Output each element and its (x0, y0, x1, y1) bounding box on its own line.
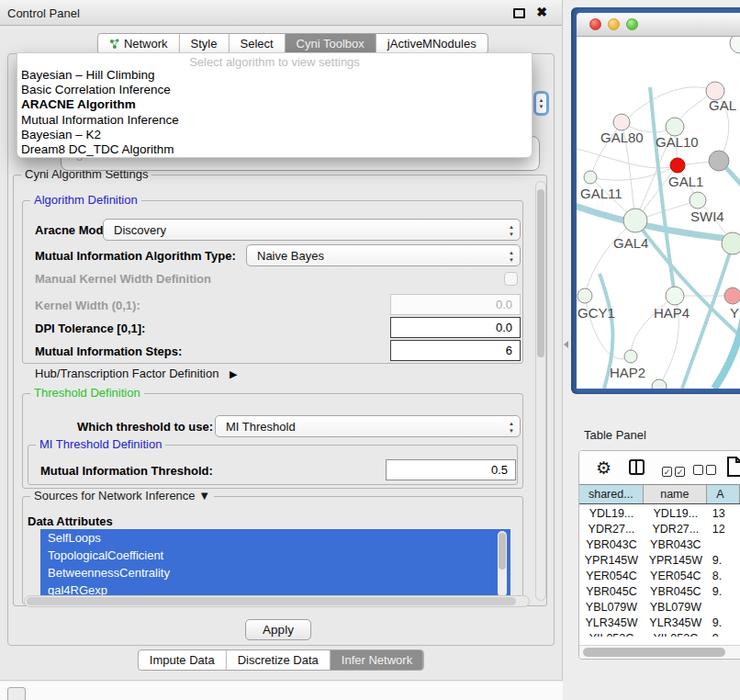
table-horizontal-scrollbar[interactable] (579, 645, 740, 659)
network-window-titlebar[interactable] (577, 13, 740, 37)
mi-type-combobox[interactable]: Naive Bayes ▲▼ (246, 244, 521, 266)
table-header-row: shared...nameA (579, 484, 740, 504)
dpi-tolerance-field[interactable]: 0.0 (390, 317, 521, 338)
network-node-label: HAP2 (610, 365, 645, 380)
kernel-width-value: 0.0 (496, 298, 512, 311)
tab[interactable]: Style (180, 34, 230, 53)
which-threshold-combobox[interactable]: MI Threshold ▲▼ (215, 415, 521, 437)
select-all-checkboxes-icon[interactable]: ✓✓ (662, 462, 688, 479)
network-node[interactable] (730, 37, 740, 53)
table-row[interactable]: YBR043CYBR043C (579, 537, 740, 553)
algorithm-popup-item[interactable]: Basic Correlation Inference (17, 83, 532, 97)
float-window-icon[interactable] (513, 8, 525, 18)
close-icon[interactable]: ✖ (536, 5, 547, 19)
algorithm-popup-item[interactable]: Mutual Information Inference (17, 113, 532, 128)
tab[interactable]: Cyni Toolbox (286, 34, 376, 53)
network-node[interactable] (623, 209, 647, 232)
close-traffic-light[interactable] (589, 18, 601, 30)
splitter-collapse-icon[interactable] (564, 341, 568, 348)
table-row[interactable]: YDR27...YDR27...12 (579, 522, 740, 537)
sources-hscroll-thumb[interactable] (27, 597, 516, 605)
tab[interactable]: Network (98, 34, 180, 53)
network-node[interactable] (584, 171, 597, 184)
table-cell: 9. (708, 615, 740, 631)
table-column-header[interactable]: name (644, 485, 708, 503)
network-node-label: GAL1 (668, 174, 703, 189)
mi-steps-field[interactable]: 6 (390, 340, 521, 361)
table-cell: 9. (708, 631, 740, 637)
network-node-label: HAP4 (654, 305, 690, 321)
stepper-arrows-icon: ▲▼ (509, 420, 514, 435)
mi-threshold-field[interactable]: 0.5 (386, 459, 516, 480)
table-row[interactable]: YER054CYER054C8. (579, 569, 740, 584)
kernel-width-field[interactable]: 0.0 (390, 294, 521, 315)
network-node[interactable] (624, 350, 637, 363)
deselect-all-checkboxes-icon[interactable] (693, 462, 719, 479)
network-node[interactable] (709, 151, 729, 171)
algorithm-popup-item[interactable]: ARACNE Algorithm (17, 97, 532, 112)
table-column-header[interactable]: A (707, 485, 740, 503)
minimize-traffic-light[interactable] (608, 18, 620, 30)
network-node[interactable] (724, 288, 740, 304)
network-node-label: GCY1 (577, 305, 615, 321)
data-attribute-item[interactable]: SelfLoops (40, 529, 510, 547)
algorithm-popup-item[interactable]: Bayesian – K2 (17, 128, 532, 142)
aracne-mode-combobox[interactable]: Discovery ▲▼ (103, 219, 521, 241)
table-row[interactable]: YBR045CYBR045C9. (579, 584, 740, 600)
settings-scroll-thumb[interactable] (537, 189, 544, 357)
sources-group-title[interactable]: Sources for Network Inference ▼ (30, 489, 214, 502)
tab[interactable]: jActiveMNodules (376, 34, 488, 53)
bottom-tab[interactable]: Discretize Data (227, 650, 331, 670)
table-row[interactable]: YDL19...YDL19...13 (579, 506, 740, 522)
network-node[interactable] (652, 379, 667, 389)
network-node[interactable] (722, 232, 740, 254)
mi-steps-value: 6 (506, 344, 512, 357)
bottom-tab[interactable]: Infer Network (331, 650, 423, 670)
table-cell: YBL079W (644, 600, 708, 615)
network-node[interactable] (666, 287, 684, 305)
network-node-label: GAL (709, 97, 736, 113)
attributes-scrollbar[interactable] (498, 531, 507, 597)
table-row[interactable]: YBL079WYBL079W (579, 600, 740, 615)
which-threshold-value: MI Threshold (226, 420, 296, 434)
table-row[interactable]: YIL052CYIL052C9. (579, 631, 740, 637)
hub-definition-label: Hub/Transcription Factor Definition (35, 367, 219, 380)
manual-kernel-checkbox[interactable] (504, 272, 518, 286)
zoom-traffic-light[interactable] (626, 18, 638, 30)
network-canvas[interactable]: GALGAL80GAL10GAL1GAL11GAL4SWI4GCY1HAP4YH… (577, 37, 740, 389)
network-node[interactable] (690, 192, 706, 209)
network-node[interactable] (613, 114, 630, 130)
data-attribute-item[interactable]: TopologicalCoefficient (40, 547, 510, 564)
network-node-label: SWI4 (690, 209, 724, 224)
algorithm-popup-item[interactable]: Dream8 DC_TDC Algorithm (17, 142, 532, 157)
inference-algorithm-combobox-stepper[interactable]: ▲ ▼ (533, 91, 549, 116)
table-cell: YPR145W (579, 553, 644, 569)
network-node[interactable] (666, 118, 684, 136)
apply-button[interactable]: Apply (245, 619, 311, 640)
hub-definition-expander[interactable]: Hub/Transcription Factor Definition ▶ (35, 367, 237, 380)
table-row[interactable]: YLR345WYLR345W9. (579, 615, 740, 631)
table-panel-title: Table Panel (584, 428, 646, 442)
columns-icon[interactable] (629, 459, 645, 475)
table-hscroll-thumb[interactable] (583, 648, 725, 657)
bottom-tabbar: Impute DataDiscretize DataInfer Network (138, 649, 424, 671)
network-node[interactable] (670, 158, 685, 173)
network-node[interactable] (577, 288, 592, 303)
network-node-label: GAL4 (613, 235, 648, 251)
table-cell: 9. (708, 584, 740, 600)
minimized-panel-icon[interactable] (7, 687, 26, 700)
table-cell: YPR145W (644, 553, 708, 569)
data-attribute-item[interactable]: BetweennessCentrality (40, 564, 510, 581)
settings-scrollbar[interactable] (535, 181, 546, 601)
table-cell (708, 600, 740, 615)
document-icon[interactable] (726, 457, 740, 480)
data-attributes-label: Data Attributes (28, 514, 113, 528)
table-column-header[interactable]: shared... (579, 485, 644, 503)
bottom-tab[interactable]: Impute Data (139, 650, 227, 670)
algorithm-popup-item[interactable]: Bayesian – Hill Climbing (17, 68, 532, 83)
attributes-scroll-thumb[interactable] (499, 533, 506, 570)
tab[interactable]: Select (229, 34, 285, 53)
table-row[interactable]: YPR145WYPR145W9. (579, 553, 740, 569)
gear-icon[interactable]: ⚙ (596, 457, 611, 479)
sources-horizontal-scrollbar[interactable] (24, 595, 530, 607)
